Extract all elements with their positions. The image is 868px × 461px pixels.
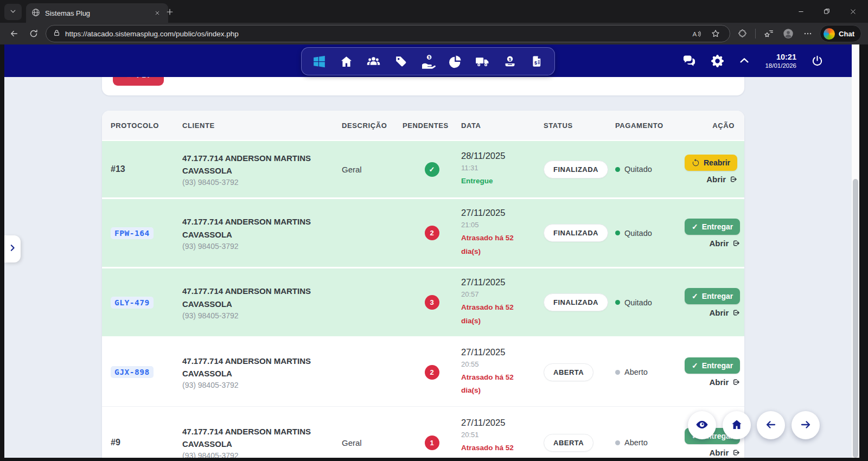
navbar-clock: 10:21 18/01/2026: [765, 52, 796, 70]
preview-fab[interactable]: [688, 411, 716, 439]
protocol-link[interactable]: GJX-898: [111, 366, 154, 378]
table-row[interactable]: GJX-89847.177.714 ANDERSON MARTINS CAVAS…: [102, 338, 744, 407]
reopen-button[interactable]: Reabrir: [685, 155, 737, 171]
client-cell: 47.177.714 ANDERSON MARTINS CAVASSOLA(93…: [182, 215, 342, 251]
scrollbar-thumb[interactable]: [853, 179, 858, 458]
back-fab[interactable]: [757, 411, 785, 439]
payment-dot: [615, 440, 620, 445]
truck-icon[interactable]: [473, 50, 492, 72]
home-fab[interactable]: [723, 411, 751, 439]
profile-avatar[interactable]: [781, 26, 796, 41]
home-icon[interactable]: [336, 50, 356, 72]
back-button[interactable]: [7, 26, 22, 41]
date-value: 27/11/2025: [461, 418, 544, 428]
refresh-button[interactable]: [26, 26, 41, 41]
pending-count-badge: 3: [425, 295, 439, 310]
read-aloud-icon[interactable]: A: [688, 26, 704, 41]
forward-fab[interactable]: [792, 411, 820, 439]
payment-cell: Quitado: [615, 165, 685, 174]
cash-insert-icon[interactable]: $: [500, 50, 520, 72]
header-protocolo: PROTOCOLO: [102, 121, 182, 130]
action-button-label: Entregar: [702, 361, 733, 370]
date-cell: 27/11/202521:05Atrasado há 52 dia(s): [461, 208, 544, 258]
chat-bubbles-icon[interactable]: [682, 54, 697, 68]
box-arrow-right-icon: [732, 239, 740, 247]
payment-dot: [615, 300, 620, 305]
client-name: 47.177.714 ANDERSON MARTINS CAVASSOLA: [182, 152, 342, 177]
maximize-button[interactable]: [814, 0, 840, 23]
hand-dollar-icon[interactable]: $: [418, 50, 438, 72]
expand-sidebar-flap[interactable]: [4, 235, 21, 262]
protocol-link[interactable]: FPW-164: [111, 227, 154, 239]
payment-cell: Quitado: [615, 229, 685, 238]
client-name: 47.177.714 ANDERSON MARTINS CAVASSOLA: [182, 215, 342, 241]
pending-cell: 2: [403, 226, 461, 240]
client-phone: (93) 98405-3792: [182, 178, 342, 187]
date-note: Atrasado há 52 dia(s): [461, 441, 544, 458]
invoice-dollar-icon[interactable]: $: [527, 50, 547, 72]
tab-close-icon[interactable]: [152, 8, 163, 18]
header-cliente: CLIENTE: [182, 121, 342, 130]
date-cell: 27/11/202520:51Atrasado há 52 dia(s): [461, 418, 544, 458]
open-link-label: Abrir: [709, 308, 729, 317]
protocol-cell: GJX-898: [102, 367, 182, 377]
close-button[interactable]: [840, 0, 866, 23]
tag-icon[interactable]: [391, 50, 411, 72]
minimize-button[interactable]: [788, 0, 814, 23]
date-value: 27/11/2025: [461, 347, 544, 357]
arrow-left-icon: [764, 418, 777, 433]
gear-icon[interactable]: [711, 55, 724, 67]
chevron-up-icon[interactable]: [738, 55, 750, 67]
pending-count-badge: 2: [425, 365, 439, 380]
browser-tab-strip: Sistemas Plug: [0, 0, 868, 23]
windows-icon[interactable]: [309, 50, 329, 72]
table-row[interactable]: FPW-16447.177.714 ANDERSON MARTINS CAVAS…: [102, 199, 744, 268]
browser-tab[interactable]: Sistemas Plug: [26, 3, 168, 23]
more-options-icon[interactable]: [800, 26, 815, 41]
eye-icon: [695, 418, 709, 433]
protocol-link[interactable]: GLY-479: [111, 297, 154, 309]
copilot-chat-button[interactable]: Chat: [820, 25, 861, 42]
deliver-button[interactable]: ✓Entregar: [685, 357, 740, 374]
open-link[interactable]: Abrir: [709, 377, 740, 387]
status-badge: FINALIZADA: [544, 224, 608, 242]
extensions-icon[interactable]: [735, 26, 750, 41]
window-controls: [788, 0, 866, 23]
time-value: 20:51: [461, 431, 544, 439]
open-link[interactable]: Abrir: [709, 308, 740, 317]
client-name: 47.177.714 ANDERSON MARTINS CAVASSOLA: [182, 355, 342, 380]
payment-dot: [615, 230, 620, 235]
table-header-row: PROTOCOLO CLIENTE DESCRIÇÃO PENDENTES DA…: [102, 111, 744, 141]
open-link[interactable]: Abrir: [709, 239, 740, 248]
protocol-cell: GLY-479: [102, 298, 182, 308]
navbar-right: 10:21 18/01/2026: [682, 44, 824, 77]
pie-chart-icon[interactable]: [445, 50, 465, 72]
payment-label: Quitado: [624, 165, 652, 174]
arrow-right-icon: [799, 418, 812, 433]
lock-icon: [53, 29, 61, 39]
power-icon[interactable]: [811, 55, 824, 67]
deliver-button[interactable]: ✓Entregar: [685, 288, 740, 304]
pending-count-badge: 1: [425, 436, 439, 450]
client-cell: 47.177.714 ANDERSON MARTINS CAVASSOLA(93…: [182, 355, 342, 390]
table-row[interactable]: #947.177.714 ANDERSON MARTINS CAVASSOLA(…: [102, 407, 744, 458]
open-link[interactable]: Abrir: [706, 175, 737, 184]
tab-search-button[interactable]: [4, 4, 22, 20]
status-badge: FINALIZADA: [544, 161, 608, 178]
users-icon[interactable]: [364, 50, 384, 72]
new-tab-button[interactable]: [163, 6, 177, 20]
table-row[interactable]: GLY-47947.177.714 ANDERSON MARTINS CAVAS…: [102, 268, 744, 338]
table-row[interactable]: #1347.177.714 ANDERSON MARTINS CAVASSOLA…: [102, 141, 744, 199]
url-text[interactable]: https://atacado.sistemasplug.com/public/…: [65, 30, 684, 38]
scrollbar-track[interactable]: [852, 44, 859, 458]
address-bar[interactable]: https://atacado.sistemasplug.com/public/…: [46, 25, 730, 42]
svg-text:$: $: [428, 55, 430, 60]
deliver-button[interactable]: ✓Entregar: [685, 219, 740, 235]
description-cell: Geral: [342, 165, 403, 174]
open-link-label: Abrir: [709, 377, 729, 387]
check-icon: ✓: [692, 361, 698, 370]
date-cell: 27/11/202520:55Atrasado há 52 dia(s): [461, 347, 544, 398]
favorite-star-icon[interactable]: [708, 26, 723, 41]
favorites-bar-icon[interactable]: [761, 26, 776, 41]
open-link[interactable]: Abrir: [709, 448, 740, 457]
